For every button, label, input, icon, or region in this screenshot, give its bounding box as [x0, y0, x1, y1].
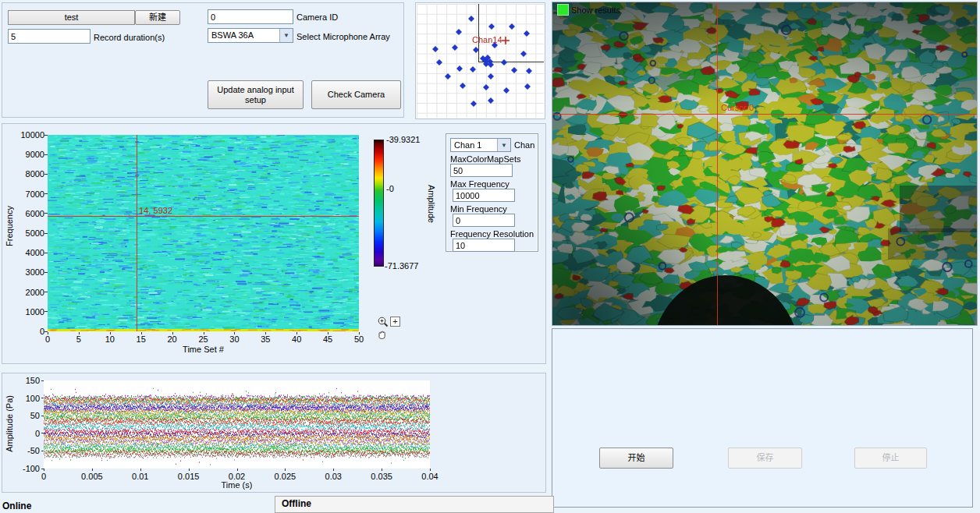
spectrogram-y-axis-title: Frequency: [5, 206, 15, 246]
display-settings-group: Chan 1 ▼ Chan MaxColorMapSets Max Freque…: [446, 133, 538, 252]
tick-mark: [359, 332, 360, 334]
tick-label: 50: [347, 334, 371, 344]
tick-label: 30: [222, 334, 246, 344]
colorbar-max-label: -39.9321: [386, 135, 420, 144]
spectrogram-canvas[interactable]: [48, 135, 359, 331]
tick-mark: [333, 469, 334, 471]
tick-label: 3000: [12, 267, 44, 277]
cursor-tool-icon[interactable]: +: [390, 317, 400, 327]
mic-array-cursor-label[interactable]: Chan14: [472, 35, 502, 45]
mic-array-label: Select Microphone Array: [296, 32, 390, 42]
waveform-canvas[interactable]: [44, 380, 430, 469]
update-analog-input-button[interactable]: Update analog input setup: [208, 80, 304, 109]
spectrogram-cursor-label[interactable]: 14, 5932: [139, 206, 172, 216]
tick-label: 150: [9, 376, 40, 385]
camera-cursor-vline[interactable]: [717, 2, 718, 325]
tick-label: 5000: [12, 228, 44, 238]
acoustic-camera-app: { "setup_panel": { "project_value": "tes…: [0, 0, 980, 513]
frequency-resolution-input[interactable]: [453, 239, 515, 252]
camera-id-label: Camera ID: [296, 12, 338, 23]
tick-label: -100: [9, 464, 40, 473]
tick-mark: [382, 469, 382, 471]
mic-array-canvas[interactable]: [417, 4, 544, 118]
zoom-tool-icon[interactable]: [377, 316, 389, 330]
tick-mark: [141, 332, 142, 334]
offline-status-label: Offline: [282, 499, 311, 509]
tick-mark: [430, 469, 431, 471]
tick-mark: [48, 332, 48, 334]
spectrogram-plot-area[interactable]: 14, 5932: [48, 135, 359, 331]
show-results-checkbox[interactable]: [557, 4, 569, 16]
pan-hand-tool-icon[interactable]: [376, 329, 388, 342]
record-duration-input[interactable]: [8, 29, 91, 44]
check-camera-button[interactable]: Check Camera: [311, 80, 401, 109]
tick-label: 0: [12, 327, 44, 336]
tick-label: 10: [98, 334, 122, 344]
camera-heatmap-canvas[interactable]: [552, 2, 977, 325]
tick-label: 5: [67, 334, 91, 344]
new-project-button[interactable]: 新建: [135, 10, 180, 25]
max-frequency-input[interactable]: [453, 189, 515, 202]
tick-label: 20: [161, 334, 184, 344]
save-button[interactable]: 保存: [728, 448, 802, 469]
tick-mark: [189, 469, 190, 471]
tick-mark: [237, 469, 238, 471]
tick-label: 40: [285, 334, 308, 344]
show-results-label: Show results: [571, 5, 620, 16]
spectrogram-panel: Frequency 100009000800070006000500040003…: [2, 123, 546, 364]
min-frequency-input[interactable]: [453, 214, 515, 227]
tick-label: 0: [36, 334, 59, 344]
tick-label: 8000: [12, 169, 44, 179]
waveform-x-axis-title: Time (s): [44, 480, 430, 490]
tick-mark: [110, 332, 111, 334]
tick-label: 1000: [12, 307, 44, 317]
camera-cursor-hline[interactable]: [552, 114, 977, 115]
waveform-panel: Amplitude (Pa) 150100500-50-100 00.0050.…: [2, 373, 546, 493]
spectrogram-cursor-hline[interactable]: [48, 216, 359, 217]
chevron-down-icon[interactable]: ▼: [497, 139, 510, 151]
tick-label: 4000: [12, 248, 44, 257]
online-status-label: Online: [2, 501, 31, 511]
spectrogram-cursor-vline[interactable]: [137, 135, 137, 331]
project-name-field[interactable]: test: [8, 10, 135, 25]
tick-mark: [79, 332, 80, 334]
tick-mark: [172, 332, 173, 334]
channel-select[interactable]: Chan 1 ▼: [450, 138, 511, 152]
tick-label: 2000: [12, 288, 44, 297]
waveform-plot-area[interactable]: [44, 380, 430, 469]
camera-cursor-label[interactable]: Cursor 0: [721, 103, 754, 113]
tick-mark: [328, 332, 328, 334]
tick-mark: [140, 469, 141, 471]
channel-selected-value: Chan 1: [454, 140, 481, 150]
tick-mark: [265, 332, 266, 334]
offline-status-strip: Offline: [275, 496, 554, 513]
control-panel: 开始 保存 停止: [552, 328, 973, 508]
colorbar-min-label: -71.3677: [385, 261, 418, 271]
tick-mark: [204, 332, 204, 334]
stop-button[interactable]: 停止: [854, 448, 927, 469]
mic-array-selected-value: BSWA 36A: [211, 30, 254, 40]
tick-mark: [296, 332, 297, 334]
tick-label: 15: [130, 334, 153, 344]
colorbar-mid-label: -0: [386, 184, 394, 193]
mic-array-select[interactable]: BSWA 36A ▼: [208, 28, 293, 43]
tick-label: 6000: [12, 209, 44, 218]
tick-label: 9000: [12, 150, 44, 159]
tick-label: 35: [254, 334, 277, 344]
max-colormap-input[interactable]: [450, 164, 513, 177]
chevron-down-icon[interactable]: ▼: [279, 29, 293, 42]
tick-label: 25: [192, 334, 215, 344]
tick-mark: [234, 332, 235, 334]
camera-view: Show results Cursor 0: [552, 2, 978, 326]
tick-label: 7000: [12, 189, 44, 199]
tick-mark: [92, 469, 93, 471]
amplitude-colorbar: [374, 140, 384, 267]
tick-mark: [44, 469, 44, 471]
tick-label: 10000: [12, 130, 44, 140]
tick-label: 45: [316, 334, 339, 344]
start-button[interactable]: 开始: [599, 448, 673, 469]
spectrogram-x-axis-title: Time Set #: [48, 345, 359, 355]
camera-id-input[interactable]: [208, 9, 293, 24]
record-duration-label: Record duration(s): [94, 33, 165, 43]
channel-label: Chan: [514, 140, 534, 150]
